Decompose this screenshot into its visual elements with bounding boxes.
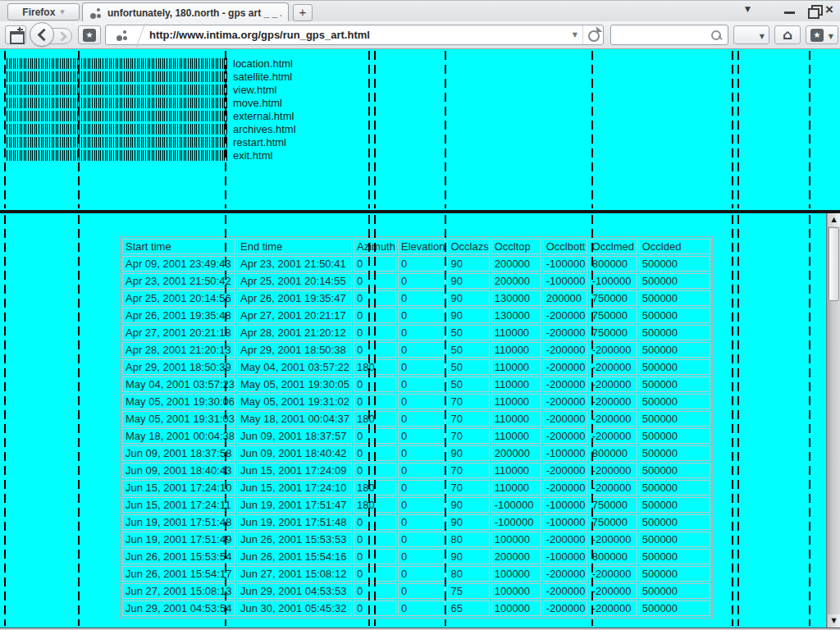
table-cell: -200000 [543, 394, 587, 409]
reload-button[interactable] [582, 25, 603, 44]
table-cell: 500000 [639, 411, 710, 427]
menu-link-location[interactable]: location.html [233, 58, 293, 69]
dashed-line [445, 215, 446, 626]
table-cell: 0 [398, 377, 445, 392]
table-cell: 0 [398, 583, 445, 599]
table-cell: 90 [447, 273, 489, 289]
barcode-stripes [7, 98, 227, 108]
dashed-line [4, 51, 6, 208]
table-cell: Apr 23, 2001 21:50:42 [122, 273, 235, 289]
table-row: Jun 27, 2001 15:08:13Jun 29, 2001 04:53:… [122, 583, 710, 599]
table-row: Apr 27, 2001 20:21:18Apr 28, 2001 21:20:… [122, 325, 710, 340]
table-cell: May 05, 2001 19:30:06 [122, 394, 235, 409]
back-button[interactable] [30, 22, 54, 47]
table-cell: 110000 [491, 463, 541, 478]
table-cell: Jun 29, 2001 04:53:53 [237, 583, 352, 599]
menu-link-exit[interactable]: exit.html [233, 150, 272, 161]
search-input[interactable] [610, 25, 728, 45]
table-cell: 750000 [589, 308, 637, 323]
gps-schedule-table: Start timeEnd timeAzimuthElevationOcclaz… [120, 236, 713, 619]
menu-link-satellite[interactable]: satellite.html [233, 71, 292, 82]
table-cell: Jun 26, 2001 15:53:54 [122, 549, 235, 564]
minimize-button[interactable] [779, 4, 801, 17]
table-cell: 200000 [491, 445, 541, 461]
url-text[interactable]: http://www.intima.org/gps/run_gps_art.ht… [149, 29, 568, 41]
column-header: Occlded [639, 239, 710, 254]
table-cell: 0 [398, 359, 445, 375]
table-cell: 200000 [491, 273, 541, 289]
table-cell: 100000 [491, 566, 541, 582]
table-cell: 500000 [639, 480, 710, 495]
tab-active[interactable]: unfortunately, 180.north - gps art _ _ .… [82, 2, 289, 22]
close-button[interactable]: × [825, 2, 833, 18]
table-cell: -200000 [589, 480, 637, 495]
menu-row: move.html [7, 96, 282, 109]
home-icon: ⌂ [783, 26, 792, 43]
table-cell: 90 [447, 549, 489, 564]
table-cell: -200000 [543, 532, 587, 547]
restore-button[interactable] [804, 3, 825, 16]
table-row: Jun 19, 2001 17:51:49Jun 26, 2001 15:53:… [122, 532, 710, 547]
toolbar-dropdown-button[interactable]: ▼ [733, 25, 769, 44]
table-cell: 0 [398, 497, 445, 513]
table-cell: 500000 [639, 273, 710, 289]
dashed-line [374, 215, 376, 626]
url-bar[interactable]: http://www.intima.org/gps/run_gps_art.ht… [105, 25, 604, 45]
tab-list-caret-icon[interactable]: ▼ [745, 5, 751, 13]
table-cell: 90 [447, 256, 489, 272]
table-row: Apr 26, 2001 19:35:48Apr 27, 2001 20:21:… [122, 308, 710, 323]
table-cell: -200000 [543, 600, 587, 616]
bookmarks-menu-button[interactable]: ★ ▼ [806, 25, 838, 44]
dashed-line [809, 51, 810, 208]
table-cell: 80 [447, 566, 489, 582]
site-identity-icon[interactable] [116, 29, 129, 42]
dashed-line [368, 51, 370, 208]
back-arrow-icon [38, 29, 51, 42]
table-row: Jun 26, 2001 15:53:54Jun 26, 2001 15:54:… [122, 549, 710, 564]
dashed-line [4, 215, 6, 626]
menu-link-view[interactable]: view.html [233, 84, 276, 95]
firefox-menu-button[interactable]: Firefox ▼ [7, 3, 80, 21]
search-icon[interactable] [710, 29, 723, 42]
navigation-toolbar: ★ http://www.intima.org/gps/run_gps_art.… [0, 21, 840, 49]
table-cell: May 05, 2001 19:30:05 [237, 377, 352, 392]
column-header: Occlbott [543, 239, 587, 254]
menu-link-archives[interactable]: archives.html [233, 124, 296, 135]
barcode-stripes [7, 111, 227, 121]
menu-link-move[interactable]: move.html [233, 98, 282, 108]
scroll-up-button[interactable]: ▲ [828, 213, 840, 226]
barcode-stripes [7, 124, 227, 135]
scroll-down-button[interactable]: ▼ [828, 614, 840, 628]
dashed-line [809, 215, 810, 626]
table-cell: -200000 [543, 463, 587, 478]
dashed-line [737, 51, 739, 208]
bookmark-page-button[interactable]: ★ [78, 25, 101, 44]
new-tab-button[interactable]: + [293, 4, 313, 21]
url-history-caret-icon[interactable]: ▼ [568, 31, 582, 39]
table-cell: 500000 [639, 600, 710, 616]
table-cell: 90 [447, 308, 489, 323]
scrollbar-thumb[interactable] [829, 227, 839, 301]
table-cell: May 05, 2001 19:31:02 [237, 394, 352, 409]
table-cell: -200000 [543, 566, 587, 582]
table-cell: 65 [447, 600, 489, 616]
table-cell: -100000 [543, 273, 587, 289]
table-cell: Jun 09, 2001 18:37:58 [122, 445, 235, 461]
dashed-line [591, 215, 593, 626]
menu-link-restart[interactable]: restart.html [233, 137, 286, 148]
table-cell: 750000 [589, 325, 637, 340]
tab-groups-button[interactable] [5, 25, 26, 44]
table-cell: -200000 [589, 394, 637, 409]
menu-link-external[interactable]: external.html [233, 111, 294, 121]
column-header: Occlmed [589, 239, 637, 254]
identity-separator [136, 23, 145, 47]
table-cell: 800000 [589, 445, 637, 461]
vertical-scrollbar[interactable]: ▲ ▼ [826, 213, 840, 628]
table-cell: 500000 [639, 566, 710, 582]
home-button[interactable]: ⌂ [774, 25, 801, 44]
table-row: Apr 25, 2001 20:14:56Apr 26, 2001 19:35:… [122, 290, 710, 306]
table-row: Jun 29, 2001 04:53:54Jun 30, 2001 05:45:… [122, 600, 710, 616]
column-header: Occlazs [447, 239, 489, 254]
barcode-stripes [7, 58, 227, 69]
table-cell: Jun 27, 2001 15:08:12 [237, 566, 352, 582]
